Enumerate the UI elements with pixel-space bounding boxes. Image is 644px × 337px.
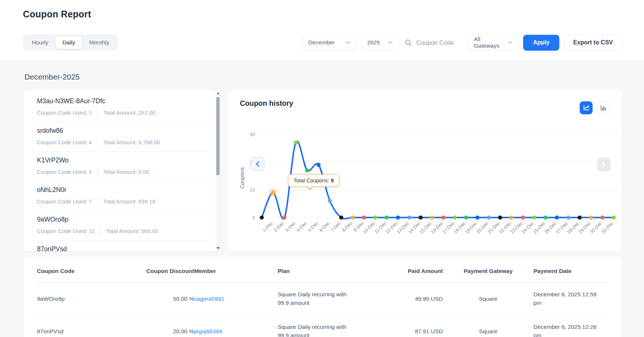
period-heading: December-2025	[24, 73, 622, 81]
year-select[interactable]: 2025	[361, 35, 399, 51]
column-header-payment-gateway: Payment Gateway	[443, 268, 533, 274]
svg-text:30: 30	[250, 132, 255, 137]
coupon-total-amount: Total Amount: 252.00	[103, 109, 155, 116]
svg-text:8-Dec: 8-Dec	[341, 220, 353, 233]
member-link[interactable]: sagera5991	[194, 296, 224, 302]
list-item[interactable]: M3au-N3WE-8Aur-7Dfc Coupon Code Used: 1 …	[33, 92, 211, 122]
svg-text:15-Dec: 15-Dec	[418, 220, 433, 235]
column-header-payment-date: Payment Date	[533, 267, 604, 275]
chevron-down-icon	[388, 41, 393, 44]
column-header-coupon-discount: Coupon Discount	[132, 268, 194, 274]
chart-tooltip-value: 9	[331, 178, 334, 183]
search-icon	[405, 39, 412, 46]
svg-text:30-Dec: 30-Dec	[589, 220, 603, 235]
line-chart-toggle-button[interactable]	[580, 101, 593, 114]
coupon-payments-table: Coupon Code Coupon Discount Member Plan …	[24, 257, 622, 337]
svg-text:3-Dec: 3-Dec	[284, 220, 296, 233]
chart-prev-button[interactable]	[251, 157, 264, 171]
bar-chart-icon	[600, 105, 607, 111]
coupon-total-amount: Total Amount: 0.00	[103, 169, 149, 175]
svg-text:26-Dec: 26-Dec	[543, 220, 557, 235]
gateway-select[interactable]: All Gateways	[468, 35, 518, 51]
chart-tooltip: Total Coupons: 9	[288, 174, 339, 187]
svg-text:27-Dec: 27-Dec	[555, 220, 569, 235]
svg-text:21-Dec: 21-Dec	[487, 220, 501, 235]
column-header-coupon-code: Coupon Code	[37, 268, 132, 274]
chevron-left-icon	[255, 161, 260, 167]
export-csv-button[interactable]: Export to CSV	[564, 35, 622, 51]
cell-discount: 50.00 %	[132, 296, 194, 302]
svg-text:24-Dec: 24-Dec	[521, 220, 535, 235]
coupon-code-label: srdofw86	[37, 127, 210, 135]
apply-button[interactable]: Apply	[523, 35, 559, 51]
list-item[interactable]: 87onPVsd Coupon Code Used: 4 Total Amoun…	[33, 240, 211, 251]
coupon-total-amount: Total Amount: 5,760.00	[103, 139, 160, 145]
svg-text:4-Dec: 4-Dec	[295, 220, 308, 233]
interval-tabs: Hourly Daily Monthly	[23, 34, 118, 51]
svg-text:25-Dec: 25-Dec	[532, 220, 546, 235]
toolbar-filters: December 2025 All Gateways	[302, 35, 622, 51]
svg-text:31-Dec: 31-Dec	[600, 220, 614, 235]
chart-title: Coupon history	[240, 99, 293, 108]
cell-plan: Square Daily recurring with 99.9 amount	[278, 290, 353, 307]
svg-text:1-Dec: 1-Dec	[261, 220, 274, 233]
tab-daily[interactable]: Daily	[55, 36, 82, 49]
svg-text:14-Dec: 14-Dec	[407, 220, 421, 235]
month-select[interactable]: December	[302, 35, 356, 51]
divider	[100, 227, 101, 235]
coupon-code-input[interactable]	[416, 39, 462, 47]
chart-next-button[interactable]	[597, 158, 611, 172]
divider	[97, 168, 98, 176]
coupon-list: M3au-N3WE-8Aur-7Dfc Coupon Code Used: 1 …	[24, 92, 220, 251]
divider	[97, 109, 98, 117]
list-item[interactable]: srdofw86 Coupon Code Used: 4 Total Amoun…	[33, 122, 211, 152]
chevron-down-icon	[346, 41, 350, 44]
svg-text:17-Dec: 17-Dec	[441, 220, 455, 235]
column-header-paid-amount: Paid Amount	[389, 268, 443, 274]
divider	[97, 198, 98, 205]
scroll-down-icon[interactable]	[217, 247, 220, 249]
list-scrollbar[interactable]	[216, 90, 220, 251]
table-row[interactable]: 9aWOro8p 50.00 % sagera5991 Square Daily…	[37, 283, 609, 315]
column-header-plan: Plan	[278, 267, 353, 275]
svg-text:19-Dec: 19-Dec	[464, 220, 478, 235]
tab-monthly[interactable]: Monthly	[82, 36, 116, 49]
tab-hourly[interactable]: Hourly	[25, 36, 55, 49]
table-header-row: Coupon Code Coupon Discount Member Plan …	[37, 257, 609, 283]
cell-payment-date: December 6, 2025 12:26 pm	[533, 323, 604, 337]
line-chart-icon	[583, 105, 590, 111]
coupon-history-panel: Coupon history 0102030Coupons1-Dec2-Dec3…	[228, 90, 622, 251]
table-row[interactable]: 87onPVsd 20.00 % jegoj66394 Square Daily…	[37, 315, 609, 337]
coupon-total-amount: Total Amount: 839.16	[103, 198, 155, 205]
cell-plan: Square Daily recurring with 99.9 amount	[278, 323, 353, 337]
svg-text:28-Dec: 28-Dec	[566, 220, 580, 235]
svg-text:10: 10	[250, 187, 255, 193]
coupon-code-label: K1VrP2Wo	[37, 156, 210, 164]
divider	[97, 138, 98, 146]
top-bar: Coupon Report Hourly Daily Monthly Decem…	[0, 0, 644, 61]
main-content: December-2025 M3au-N3WE-8Aur-7Dfc Coupon…	[0, 61, 644, 337]
svg-text:29-Dec: 29-Dec	[577, 220, 592, 235]
svg-text:6-Dec: 6-Dec	[318, 220, 331, 233]
svg-text:Coupons: Coupons	[239, 167, 245, 189]
svg-text:16-Dec: 16-Dec	[430, 220, 444, 235]
coupon-code-label: 87onPVsd	[37, 245, 210, 251]
coupon-used-count: Coupon Code Used: 11	[37, 228, 95, 234]
bar-chart-toggle-button[interactable]	[597, 101, 610, 114]
coupon-code-search	[403, 39, 463, 47]
year-select-value: 2025	[367, 39, 380, 46]
coupon-code-label: oNhL2N0r	[37, 186, 210, 194]
scroll-up-icon[interactable]	[217, 92, 220, 94]
cell-coupon-code: 87onPVsd	[37, 328, 132, 335]
cell-gateway: Square	[443, 296, 533, 302]
svg-text:2-Dec: 2-Dec	[273, 220, 285, 233]
list-item[interactable]: oNhL2N0r Coupon Code Used: 7 Total Amoun…	[33, 181, 211, 211]
member-link[interactable]: jegoj66394	[194, 328, 222, 334]
svg-text:22-Dec: 22-Dec	[498, 220, 512, 235]
list-item[interactable]: K1VrP2Wo Coupon Code Used: 4 Total Amoun…	[33, 152, 211, 181]
scrollbar-thumb[interactable]	[216, 97, 220, 175]
coupon-code-label: 9aWOro8p	[37, 216, 210, 223]
coupon-used-count: Coupon Code Used: 4	[37, 139, 92, 145]
svg-text:18-Dec: 18-Dec	[453, 220, 467, 235]
list-item[interactable]: 9aWOro8p Coupon Code Used: 11 Total Amou…	[33, 211, 211, 240]
